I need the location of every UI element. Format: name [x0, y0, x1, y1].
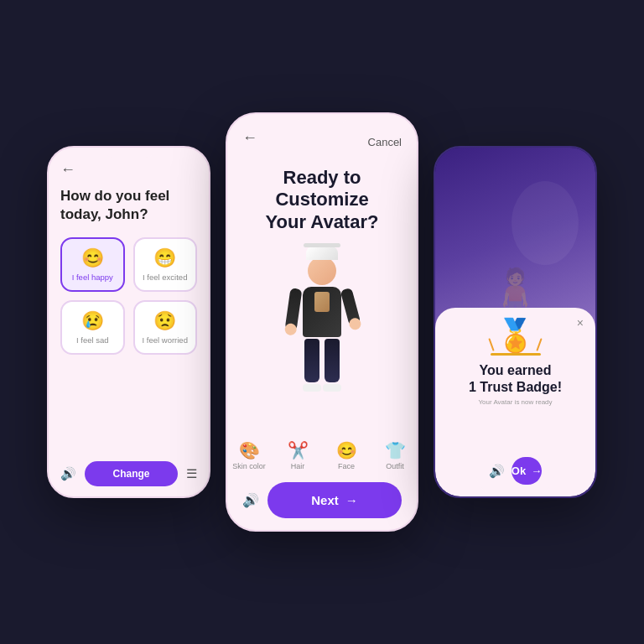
phone-right-inner: 🧍 × 🏅 You earned 1 Trust Badge! Your Ava…	[435, 148, 595, 496]
mood-worried[interactable]: 😟 I feel worried	[133, 300, 198, 355]
notch-left	[104, 148, 154, 158]
mood-happy-emoji: 😊	[81, 247, 104, 269]
phone-left-inner: ← How do you feel today, John? 😊 I feel …	[49, 148, 209, 496]
avatar-hat	[306, 247, 338, 260]
avatar-leg-right	[325, 339, 340, 382]
tab-hair[interactable]: ✂️ Hair	[279, 440, 316, 470]
avatar-area	[242, 240, 402, 440]
notch-center	[297, 114, 347, 124]
tab-items: 🎨 Skin color ✂️ Hair 😊 Face 👕 Outfit	[231, 440, 413, 470]
next-arrow-icon: →	[345, 493, 358, 507]
menu-icon-left[interactable]: ☰	[186, 466, 197, 481]
mood-worried-emoji: 😟	[153, 310, 176, 332]
avatar-body	[293, 257, 351, 424]
avatar-arm-left	[285, 288, 303, 330]
ok-button[interactable]: Ok →	[512, 457, 542, 485]
center-top-nav: ← Cancel	[242, 129, 402, 155]
avatar-foot-left	[303, 384, 321, 392]
mood-excited[interactable]: 😁 I feel excited	[133, 237, 198, 292]
tab-skin-color[interactable]: 🎨 Skin color	[231, 440, 267, 470]
scene: ← How do you feel today, John? 😊 I feel …	[0, 0, 644, 644]
badge-card: × 🏅 You earned 1 Trust Badge! Your Avata…	[435, 308, 595, 496]
avatar-badge	[314, 292, 330, 312]
badge-medal-emoji: 🏅	[496, 319, 535, 351]
phone-right: 🧍 × 🏅 You earned 1 Trust Badge! Your Ava…	[434, 146, 597, 498]
tab-outfit[interactable]: 👕 Outfit	[377, 440, 413, 470]
avatar-foot-right	[323, 384, 341, 392]
sound-icon-left[interactable]: 🔊	[60, 466, 76, 481]
avatar-head	[308, 257, 336, 285]
avatar-arm-right	[340, 288, 361, 326]
face-icon: 😊	[336, 440, 357, 460]
outfit-icon: 👕	[385, 440, 406, 460]
badge-title-line1: You earned	[480, 363, 552, 377]
mood-happy[interactable]: 😊 I feel happy	[60, 237, 125, 292]
hair-icon: ✂️	[288, 440, 309, 460]
sound-icon-right[interactable]: 🔊	[489, 464, 505, 479]
phone-center: ← Cancel Ready to Customize Your Avatar?	[226, 112, 418, 532]
center-title: Ready to Customize Your Avatar?	[242, 167, 402, 233]
avatar-figure	[293, 257, 351, 424]
avatar-torso-area	[293, 287, 351, 337]
avatar-hat-brim	[304, 243, 340, 247]
center-title-line1: Ready to Customize	[275, 167, 368, 210]
center-title-line2: Your Avatar?	[266, 211, 379, 232]
mood-sad-label: I feel sad	[76, 335, 109, 345]
avatar-feet	[293, 384, 351, 392]
avatar-legs	[293, 339, 351, 382]
badge-subtitle: Your Avatar is now ready	[478, 398, 552, 406]
mood-excited-label: I feel excited	[143, 273, 187, 282]
tab-face[interactable]: 😊 Face	[328, 440, 365, 470]
ok-arrow-icon: →	[531, 465, 542, 477]
badge-title: You earned 1 Trust Badge!	[469, 362, 562, 394]
ok-button-label: Ok	[512, 465, 526, 477]
mood-worried-label: I feel worried	[143, 335, 188, 345]
cancel-button[interactable]: Cancel	[368, 136, 402, 148]
back-button-left[interactable]: ←	[60, 161, 197, 179]
question-title: How do you feel today, John?	[60, 187, 197, 224]
sound-icon-center[interactable]: 🔊	[242, 492, 259, 508]
back-button-center[interactable]: ←	[242, 129, 257, 147]
center-bottom-bar: 🔊 Next →	[242, 482, 402, 518]
avatar-hand-left	[284, 322, 298, 335]
mood-sad-emoji: 😢	[81, 310, 104, 332]
badge-ribbon	[491, 353, 541, 356]
customize-tabs: ‹ 🎨 Skin color ✂️ Hair 😊 Face	[242, 440, 402, 470]
mood-grid: 😊 I feel happy 😁 I feel excited 😢 I feel…	[60, 237, 197, 355]
skin-color-icon: 🎨	[239, 440, 260, 460]
phone-center-inner: ← Cancel Ready to Customize Your Avatar?	[227, 114, 417, 530]
avatar-hand-right	[348, 316, 362, 330]
face-label: Face	[338, 462, 355, 470]
next-button-label: Next	[311, 493, 339, 507]
left-bottom-bar: 🔊 Change ☰	[60, 461, 197, 486]
skin-color-label: Skin color	[232, 462, 266, 470]
close-button[interactable]: ×	[577, 316, 584, 330]
mood-happy-label: I feel happy	[72, 273, 113, 282]
sparkle-container: 🏅	[491, 319, 540, 351]
mood-excited-emoji: 😁	[153, 247, 176, 269]
phone-left: ← How do you feel today, John? 😊 I feel …	[47, 146, 210, 498]
badge-title-line2: 1 Trust Badge!	[469, 380, 562, 394]
sparkle-1	[488, 339, 494, 352]
sparkle-2	[536, 339, 542, 352]
change-button[interactable]: Change	[85, 461, 178, 486]
avatar-torso	[303, 287, 341, 337]
next-button[interactable]: Next →	[267, 482, 402, 518]
right-top-background: 🧍	[435, 148, 595, 329]
avatar-leg-left	[304, 339, 319, 382]
right-bottom-bar: 🔊 Ok →	[475, 449, 555, 496]
outfit-label: Outfit	[386, 462, 404, 470]
mood-sad[interactable]: 😢 I feel sad	[60, 300, 125, 355]
hair-label: Hair	[291, 462, 305, 470]
